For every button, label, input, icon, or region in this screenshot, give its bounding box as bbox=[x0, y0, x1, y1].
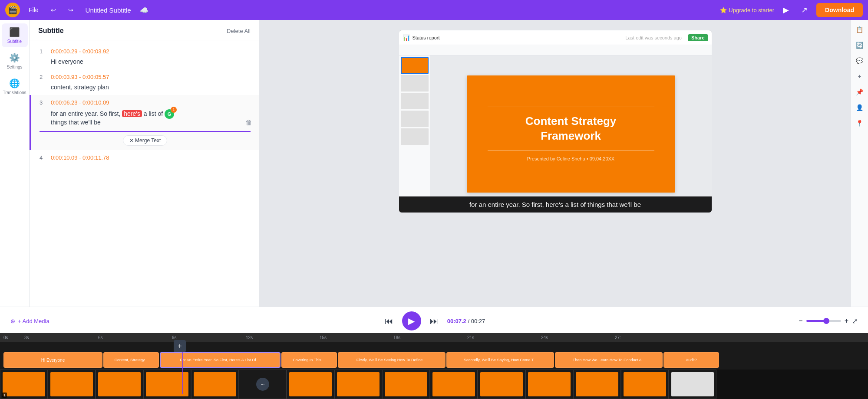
subtitle-item-4: 4 0:00:10.09 - 0:00:11.78 🗑 bbox=[30, 150, 259, 165]
top-nav: 🎬 File ↩ ↪ Untitled Subtitle ☁️ ⭐ Upgrad… bbox=[0, 0, 868, 20]
slide-thumb-4 bbox=[401, 111, 429, 127]
upgrade-button[interactable]: ⭐ Upgrade to starter bbox=[720, 7, 774, 13]
time-separator: / bbox=[468, 318, 471, 324]
grammarly-badge-container: G 1 bbox=[165, 109, 174, 119]
subtitle-text-2[interactable]: content, strategy plan bbox=[40, 84, 251, 91]
thumb-7 bbox=[287, 370, 334, 399]
plus-circle-icon: ⊕ bbox=[10, 318, 15, 324]
slides-content-area: Content StrategyFramework Presented by C… bbox=[399, 56, 712, 213]
clip-content-strategy[interactable]: Content, Strategy... bbox=[103, 352, 159, 368]
clip-audit[interactable]: Audit? bbox=[663, 352, 719, 368]
undo-button[interactable]: ↩ bbox=[47, 5, 59, 15]
download-button[interactable]: Download bbox=[816, 3, 863, 17]
sidebar-item-settings[interactable]: ⚙️ Settings bbox=[2, 49, 28, 73]
redo-button[interactable]: ↪ bbox=[65, 5, 77, 15]
clip-secondly[interactable]: Secondly, We'll Be Saying, How Come T... bbox=[446, 352, 554, 368]
expand-button[interactable]: ⤢ bbox=[852, 317, 858, 325]
document-title: Untitled Subtitle bbox=[86, 7, 131, 14]
thumb-1: 1 bbox=[0, 370, 48, 399]
slides-preview: 📊 Status report Last edit was seconds ag… bbox=[399, 30, 712, 213]
add-media-button[interactable]: ⊕ + Add Media bbox=[10, 318, 50, 324]
subtitle-row-1: 1 0:00:00.29 - 0:00:03.92 bbox=[40, 48, 251, 55]
current-time: 00:07.2 bbox=[447, 318, 466, 324]
video-container: 📊 Status report Last edit was seconds ag… bbox=[399, 30, 712, 213]
merge-text-button[interactable]: ✕ Merge Text bbox=[123, 135, 167, 146]
ruler-mark-6: 6s bbox=[98, 335, 172, 340]
subtitle-item-3: 3 0:00:06.23 - 0:00:10.09 for an entire … bbox=[30, 95, 259, 150]
ruler-mark-9: 9s bbox=[172, 335, 246, 340]
slides-logo: 📊 bbox=[403, 34, 410, 41]
delete-all-button[interactable]: Delete All bbox=[227, 28, 251, 34]
right-icon-5[interactable]: 👤 bbox=[854, 101, 866, 114]
add-clip-button[interactable]: + bbox=[174, 340, 186, 352]
subtitle-text-1[interactable]: Hi everyone bbox=[40, 58, 251, 65]
ruler-mark-18: 18s bbox=[393, 335, 467, 340]
preview-button[interactable]: ▶ bbox=[779, 3, 792, 16]
right-icon-1[interactable]: 📋 bbox=[854, 23, 866, 36]
slides-header-bar: 📊 Status report Last edit was seconds ag… bbox=[399, 30, 712, 45]
file-menu[interactable]: File bbox=[25, 5, 42, 15]
highlighted-word: here's bbox=[122, 110, 142, 117]
skip-forward-button[interactable]: ⏭ bbox=[428, 314, 440, 328]
zoom-in-button[interactable]: + bbox=[845, 317, 848, 325]
grammarly-count-badge: 1 bbox=[171, 107, 177, 113]
slide-thumb-1 bbox=[401, 57, 429, 74]
sidebar-item-translations[interactable]: 🌐 Translations bbox=[2, 75, 28, 98]
slide-divider-top bbox=[488, 107, 654, 107]
clip-then-how[interactable]: Then How We Learn How To Conduct A... bbox=[555, 352, 663, 368]
right-icon-6[interactable]: 📍 bbox=[854, 117, 866, 129]
slides-toolbar bbox=[399, 45, 712, 56]
subtitle-num-1: 1 bbox=[40, 48, 46, 55]
zoom-controls: − + ⤢ bbox=[799, 317, 858, 325]
clip-covering[interactable]: Covering In This ... bbox=[281, 352, 337, 368]
sidebar-translations-label: Translations bbox=[3, 90, 26, 95]
zoom-out-button[interactable]: − bbox=[799, 317, 802, 325]
right-icon-3[interactable]: 💬 bbox=[854, 55, 866, 67]
slides-thumbnails bbox=[399, 56, 430, 213]
thumb-11 bbox=[478, 370, 525, 399]
thumb-15 bbox=[669, 370, 716, 399]
subtitle-row-2: 2 0:00:03.93 - 0:00:05.57 bbox=[40, 74, 251, 80]
thumb-10 bbox=[430, 370, 478, 399]
thumb-5 bbox=[191, 370, 239, 399]
slide-presented-by: Presented by Celine Sneha • 09.04.20XX bbox=[527, 156, 614, 161]
timeline-ruler: 0s 3s 6s 9s 12s 15s 18s 21s 24s 27: bbox=[0, 333, 868, 342]
thumb-8 bbox=[334, 370, 382, 399]
thumb-4 bbox=[143, 370, 191, 399]
subtitle-num-4: 4 bbox=[40, 154, 46, 161]
playhead-row: + bbox=[0, 342, 868, 350]
delete-subtitle-3[interactable]: 🗑 bbox=[245, 119, 252, 127]
settings-icon: ⚙️ bbox=[9, 52, 20, 63]
subtitle-text-3[interactable]: for an entire year. So first, here's a l… bbox=[40, 109, 251, 126]
ruler-mark-12: 12s bbox=[246, 335, 320, 340]
clips-track: Hi Everyone Content, Strategy... For An … bbox=[0, 350, 868, 370]
ruler-mark-15: 15s bbox=[320, 335, 393, 340]
share-btn-mock: Share bbox=[688, 34, 708, 41]
clip-firstly[interactable]: Firstly, We'll Be Seeing How To Define .… bbox=[338, 352, 446, 368]
thumb-dots: ··· bbox=[256, 378, 269, 391]
subtitle-time-1: 0:00:00.29 - 0:00:03.92 bbox=[51, 48, 109, 55]
share-button[interactable]: ↗ bbox=[798, 3, 811, 16]
thumb-13 bbox=[573, 370, 621, 399]
clip-hi-everyone[interactable]: Hi Everyone bbox=[3, 352, 102, 368]
right-icon-4[interactable]: 📌 bbox=[854, 86, 866, 98]
slide-thumb-5 bbox=[401, 128, 429, 145]
right-icon-2[interactable]: 🔄 bbox=[854, 39, 866, 51]
time-display: 00:07.2 / 00:27 bbox=[447, 318, 485, 324]
text-line-2: things that we'll be bbox=[51, 119, 101, 126]
sidebar-settings-label: Settings bbox=[7, 65, 22, 69]
play-button[interactable]: ▶ bbox=[402, 311, 421, 330]
skip-back-button[interactable]: ⏮ bbox=[383, 314, 395, 328]
subtitle-num-3: 3 bbox=[40, 99, 46, 106]
thumb-9 bbox=[382, 370, 430, 399]
ruler-mark-27: 27: bbox=[615, 335, 621, 340]
subtitle-item-2: 2 0:00:03.93 - 0:00:05.57 content, strat… bbox=[30, 69, 259, 95]
right-icon-add[interactable]: + bbox=[854, 70, 866, 82]
thumb-2 bbox=[48, 370, 96, 399]
subtitle-num-2: 2 bbox=[40, 74, 46, 80]
zoom-slider[interactable] bbox=[806, 320, 841, 322]
clip-entire-year[interactable]: For An Entire Year. So First, Here's A L… bbox=[160, 352, 281, 368]
text-after-highlight: a list of bbox=[142, 110, 163, 117]
sidebar-item-subtitle[interactable]: ⬛ Subtitle bbox=[2, 23, 28, 47]
timeline-area: 0s 3s 6s 9s 12s 15s 18s 21s 24s 27: + Hi… bbox=[0, 333, 868, 399]
